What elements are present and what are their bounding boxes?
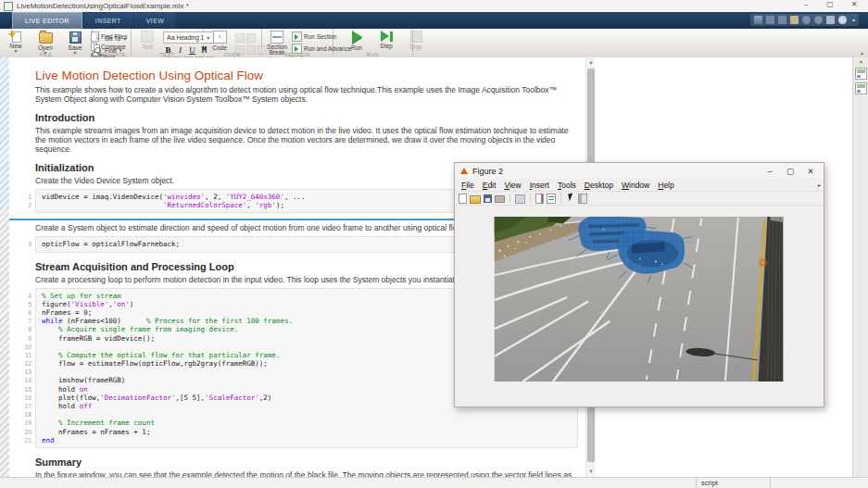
window-maximize-button[interactable]: ▢ [824, 0, 837, 8]
section-margin [0, 208, 9, 477]
collapse-panel-icon[interactable]: ▴ [853, 57, 868, 65]
status-bar: script [0, 477, 868, 488]
goto-icon [94, 34, 103, 43]
code-token: figure( [42, 300, 71, 308]
section-heading[interactable]: Introduction [35, 112, 585, 123]
toolbar-separator [509, 194, 510, 203]
code-token [42, 419, 58, 427]
window-icon[interactable] [826, 16, 835, 24]
text-icon [141, 31, 154, 43]
menu-overflow-icon[interactable]: ▸ [818, 181, 821, 188]
figure-menu-file[interactable]: File [461, 181, 474, 190]
line-number: 8 [13, 325, 31, 333]
code-line[interactable]: 21end [42, 436, 577, 444]
code-token: ,2) [259, 394, 272, 402]
tab-insert[interactable]: INSERT [83, 13, 133, 29]
code-token: off [80, 402, 93, 410]
figure-close-button[interactable]: ✕ [805, 167, 816, 176]
code-token: 'winvideo' [163, 193, 205, 201]
control-if-icon[interactable] [235, 33, 245, 43]
line-number: 9 [13, 334, 31, 343]
matlab-window: { "titlebar": { "title": "LiveMotionDete… [0, 0, 868, 488]
figure-menu-desktop[interactable]: Desktop [585, 181, 613, 190]
line-number: 16 [13, 394, 31, 402]
code-token: 'Visible' [71, 300, 109, 308]
quick-access-caret-icon[interactable]: ▾ [852, 17, 855, 23]
window-minimize-button[interactable]: – [799, 0, 812, 8]
figure-menu-insert[interactable]: Insert [530, 181, 549, 190]
save-icon [69, 31, 82, 44]
document-title[interactable]: Live Motion Detection Using Optical Flow [35, 69, 585, 82]
code-token: % Acquire single frame from imaging devi… [58, 325, 238, 333]
code-token: 'rgb' [255, 201, 276, 209]
text-button[interactable]: Text [133, 30, 161, 51]
collapse-ribbon-icon[interactable]: ▴ [861, 49, 863, 56]
run-button[interactable]: Run [343, 30, 371, 52]
code-line[interactable]: 20 nFrames = nFrames + 1; [42, 428, 577, 436]
code-token: nFrames = 0; [42, 308, 92, 317]
redo-icon[interactable] [814, 16, 823, 24]
line-number: 3 [13, 240, 31, 248]
figure-menu-edit[interactable]: Edit [483, 181, 497, 190]
tab-view[interactable]: VIEW [134, 13, 177, 29]
cut-icon[interactable] [766, 16, 774, 24]
colorbar-icon[interactable] [535, 194, 544, 204]
pointer-icon[interactable] [566, 194, 575, 203]
figure-window[interactable]: Figure 2 – ▢ ✕ FileEditViewInsertToolsDe… [454, 162, 824, 407]
run-icon [352, 31, 362, 44]
line-number: 14 [13, 376, 31, 384]
open-icon[interactable] [470, 195, 481, 204]
goto-button[interactable]: Go To▼ [94, 34, 127, 43]
scroll-up-icon[interactable]: ▲ [586, 57, 596, 68]
inspector-icon[interactable] [578, 194, 587, 204]
code-token: , ... [284, 193, 306, 201]
help-icon[interactable] [838, 16, 847, 24]
code-token: , [246, 201, 255, 209]
code-line[interactable]: 18 [42, 410, 577, 419]
copy-icon[interactable] [778, 16, 786, 24]
open-folder-icon [39, 32, 53, 44]
paragraph[interactable]: In the figure window, you can see that t… [35, 470, 580, 477]
figure-menu-window[interactable]: Window [622, 181, 649, 190]
ribbon-group-navigate: Go To▼ Find▼ NAVIGATE [93, 29, 132, 57]
output-inline-icon[interactable] [855, 68, 867, 80]
line-number: 17 [13, 402, 31, 410]
line-number: 12 [13, 359, 31, 368]
code-token: nFrames = nFrames + 1; [42, 428, 150, 436]
figure-titlebar[interactable]: Figure 2 – ▢ ✕ [455, 163, 824, 179]
stop-button[interactable]: Stop [402, 30, 430, 51]
control-for-icon[interactable] [246, 33, 256, 43]
window-close-button[interactable]: ✕ [848, 0, 861, 8]
new-icon[interactable] [459, 194, 467, 204]
line-number: 2 [13, 201, 31, 209]
tab-live-editor[interactable]: LIVE EDITOR [12, 12, 82, 29]
link-icon[interactable] [515, 194, 525, 204]
figure-minimize-button[interactable]: – [764, 167, 775, 176]
scroll-down-icon[interactable]: ▼ [586, 467, 596, 477]
line-number: 1 [13, 193, 31, 201]
figure-menu-view[interactable]: View [504, 181, 521, 190]
line-number: 11 [13, 351, 31, 359]
toolbar-separator [560, 194, 561, 203]
legend-icon[interactable] [547, 194, 556, 204]
save-icon[interactable] [754, 16, 762, 24]
paragraph[interactable]: This example shows how to create a video… [35, 85, 580, 104]
new-button[interactable]: New▼ [2, 30, 30, 54]
step-button[interactable]: Step [372, 30, 400, 50]
section-heading[interactable]: Summary [35, 457, 585, 468]
paste-icon[interactable] [790, 16, 799, 24]
output-right-icon[interactable] [855, 82, 867, 94]
figure-menu-tools[interactable]: Tools [558, 181, 576, 190]
figure-menu-help[interactable]: Help [658, 181, 673, 190]
save-icon[interactable] [484, 194, 492, 203]
code-button[interactable]: › Code [206, 30, 233, 52]
line-number: 18 [13, 410, 31, 419]
figure-maximize-button[interactable]: ▢ [785, 167, 796, 176]
code-line[interactable]: 19 % Increment frame count [42, 419, 577, 427]
paragraph[interactable]: This example streams images from an imag… [35, 126, 580, 154]
code-token [42, 351, 58, 359]
figure-axes-area [455, 206, 824, 407]
print-icon[interactable] [495, 195, 505, 203]
undo-icon[interactable] [802, 16, 811, 24]
ribbon-group-text: Text Aa Heading 1▼ B I U M TEXT [132, 29, 204, 57]
